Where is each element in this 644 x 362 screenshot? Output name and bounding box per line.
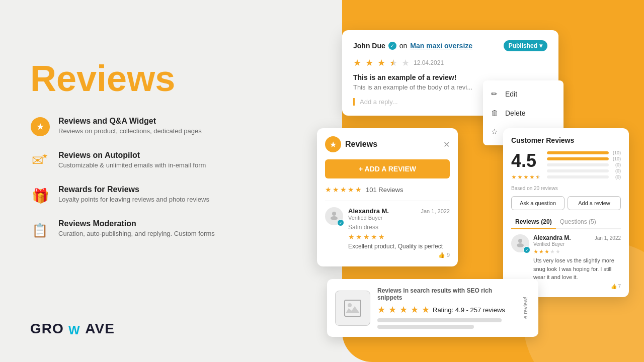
reviewer-info: John Due ✓ on Man maxi oversize: [353, 42, 472, 50]
svg-text:📋: 📋: [32, 222, 48, 238]
moderation-icon: 📋: [30, 219, 50, 239]
dropdown-edit[interactable]: ✏ Edit: [483, 84, 564, 104]
star-1: ★: [353, 57, 361, 68]
svg-text:W: W: [68, 323, 80, 336]
seo-stars: ★ ★ ★ ★ ★ Rating: 4.9 - 257 reviews: [377, 304, 515, 315]
svg-point-10: [518, 239, 522, 243]
avatar-verified-badge: ✓: [337, 219, 344, 226]
feature-autopilot-text: Reviews on Autopilot Customizable & unli…: [58, 151, 206, 169]
avatar: ✓: [325, 207, 343, 225]
widget-review-item: ✓ Alexandra M. Jan 1, 2022 Verified Buye…: [325, 201, 450, 258]
logo: GRO W AVE: [30, 321, 115, 337]
seo-image: [335, 291, 370, 326]
reviews-widget-card: ★ Reviews ✕ + ADD A REVIEW ★ ★ ★ ★ ★ 101…: [317, 128, 458, 266]
seo-bar-2: [377, 325, 474, 329]
star-2: ★: [365, 57, 373, 68]
feature-moderation-text: Reviews Moderation Curation, auto-publis…: [58, 219, 215, 237]
add-review-button-2[interactable]: Add a review: [568, 196, 621, 210]
customer-avatar: ✓: [511, 234, 529, 252]
rating-bars: (10) (10) (0) (0) (0): [547, 150, 621, 180]
feature-rewards: 🎁 Rewards for Reviews Loyalty points for…: [30, 185, 292, 205]
stars-row: ★ ★ ★ ★ ★ ★ 12.04.2021: [353, 57, 547, 68]
customer-like: 👍 7: [533, 284, 621, 289]
ui-area: John Due ✓ on Man maxi oversize Publishe…: [302, 0, 644, 362]
reviewer-meta: Alexandra M. Jan 1, 2022 Verified Buyer …: [348, 207, 450, 258]
bar-3star: (0): [547, 162, 621, 167]
widget-icon: ★: [30, 117, 50, 137]
svg-point-13: [348, 303, 352, 307]
features-list: ★ Reviews and Q&A Widget Reviews on prod…: [30, 117, 292, 239]
page-title: Reviews: [30, 60, 292, 97]
dropdown-delete[interactable]: 🗑 Delete: [483, 104, 564, 122]
customer-review-meta: Alexandra M. Jan 1, 2022 Verified Buyer …: [533, 234, 621, 289]
tabs-row: Reviews (20) Questions (5): [511, 215, 621, 229]
customer-verified-badge: ✓: [523, 246, 530, 253]
star-half: ★ ★: [389, 57, 397, 68]
star-empty: ★: [401, 57, 410, 68]
feature-moderation: 📋 Reviews Moderation Curation, auto-publ…: [30, 219, 292, 239]
review-count-row: ★ ★ ★ ★ ★ 101 Reviews: [325, 186, 450, 194]
widget-header: ★ Reviews ✕: [325, 136, 450, 152]
feature-autopilot: ✉ ★ Reviews on Autopilot Customizable & …: [30, 151, 292, 171]
edit-icon: ✏: [491, 89, 500, 99]
star-3: ★: [377, 57, 385, 68]
feature-rewards-text: Rewards for Reviews Loyalty points for l…: [58, 185, 209, 203]
admin-review-card: John Due ✓ on Man maxi oversize Publishe…: [342, 30, 558, 116]
mini-stars: ★ ★ ★ ★ ★: [348, 233, 450, 241]
svg-text:★: ★: [36, 122, 44, 132]
small-stars: ★ ★ ★ ★ ★: [325, 186, 362, 194]
bar-5star: (10): [547, 150, 621, 155]
svg-rect-12: [345, 300, 361, 316]
delete-icon: 🗑: [491, 109, 500, 117]
seo-card: Reviews in search results with SEO rich …: [327, 279, 538, 337]
svg-point-9: [331, 216, 338, 220]
tab-questions[interactable]: Questions (5): [556, 215, 600, 228]
svg-point-8: [332, 212, 336, 216]
widget-title-row: ★ Reviews: [325, 136, 377, 152]
svg-point-11: [517, 243, 524, 247]
featured-icon: ☆: [491, 127, 500, 136]
add-review-button[interactable]: + ADD A REVIEW: [325, 159, 450, 178]
action-buttons: Ask a question Add a review: [511, 196, 621, 210]
svg-text:★: ★: [42, 152, 48, 160]
customer-reviews-card: Customer Reviews 4.5 ★ ★ ★ ★ ★ ★: [503, 128, 629, 297]
logo-text: GRO W AVE: [30, 321, 115, 337]
autopilot-icon: ✉ ★: [30, 151, 50, 171]
widget-star-icon: ★: [325, 136, 341, 152]
like-count: 👍 9: [348, 252, 450, 258]
seo-content: Reviews in search results with SEO rich …: [377, 287, 515, 329]
big-rating-number: 4.5 ★ ★ ★ ★ ★ ★: [511, 150, 541, 180]
rating-summary: 4.5 ★ ★ ★ ★ ★ ★ (10): [511, 150, 621, 180]
rewards-icon: 🎁: [30, 185, 50, 205]
feature-widget: ★ Reviews and Q&A Widget Reviews on prod…: [30, 117, 292, 137]
close-button[interactable]: ✕: [443, 140, 450, 149]
svg-text:🎁: 🎁: [32, 188, 49, 204]
seo-bar-1: [377, 318, 502, 322]
admin-card-header: John Due ✓ on Man maxi oversize Publishe…: [353, 40, 547, 51]
bar-1star: (0): [547, 174, 621, 179]
seo-aside: e review!: [522, 297, 530, 319]
bar-4star: (10): [547, 156, 621, 161]
ask-question-button[interactable]: Ask a question: [511, 196, 565, 210]
published-badge[interactable]: Published ▾: [504, 40, 547, 51]
left-content: Reviews ★ Reviews and Q&A Widget Reviews…: [30, 60, 292, 253]
product-link[interactable]: Man maxi oversize: [410, 42, 472, 50]
feature-widget-text: Reviews and Q&A Widget Reviews on produc…: [58, 117, 202, 135]
bar-2star: (0): [547, 168, 621, 173]
verified-badge: ✓: [388, 42, 396, 50]
tab-reviews[interactable]: Reviews (20): [511, 215, 556, 229]
